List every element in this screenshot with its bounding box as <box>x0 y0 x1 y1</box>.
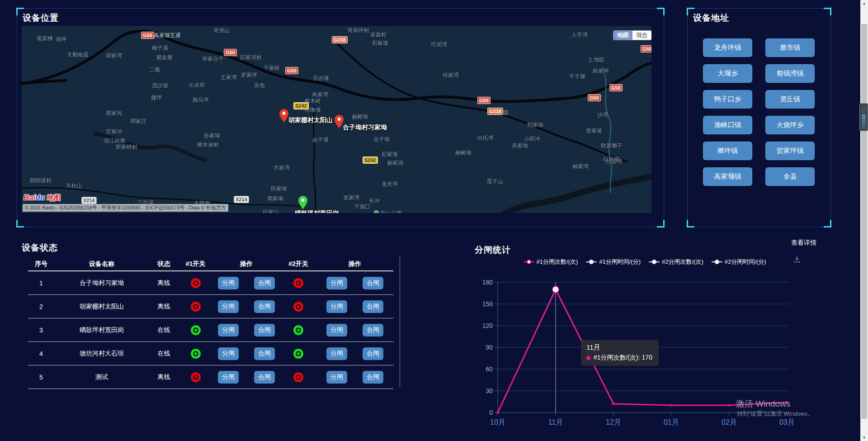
map-place-label: 方家湾 <box>274 164 290 172</box>
device-dashboard: 设备位置 笔架槽洞坪天鹅抱蛋胡家湾梅子溪紫金寨二墩流沙坡沁水坝张家台子彭家河村王… <box>0 0 868 441</box>
red-map-pin[interactable] <box>279 109 288 123</box>
highlighted-data-point[interactable] <box>552 286 559 293</box>
open-switch-button[interactable]: 分闸 <box>326 324 347 337</box>
address-button[interactable]: 资丘镇 <box>765 90 815 109</box>
map-copyright: © 2021 Baidu - GS(2019)5218号 - 甲测资字11009… <box>23 204 228 212</box>
device-name: 胡家棚村太阳山 <box>54 303 149 311</box>
open-switch-button[interactable]: 分闸 <box>218 300 239 313</box>
x-axis-label: 12月 <box>606 418 621 426</box>
open-switch-button[interactable]: 分闸 <box>218 371 239 384</box>
map-place-label: 曾家坡 <box>586 127 602 135</box>
map-place-label: 清江画廊 <box>104 137 125 145</box>
table-header-cell: 操作 <box>212 260 280 268</box>
address-button[interactable]: 都镇湾镇 <box>765 64 815 83</box>
address-button[interactable]: 榔坪镇 <box>703 142 752 160</box>
data-point[interactable] <box>612 403 614 405</box>
map-type-option[interactable]: 地图 <box>613 31 632 40</box>
road-badge: G318 <box>488 108 503 114</box>
road-badge: G50 <box>142 32 154 38</box>
data-point[interactable] <box>496 411 499 413</box>
open-switch-button[interactable]: 分闸 <box>326 347 347 360</box>
widget-dash <box>862 119 866 119</box>
close-switch-button[interactable]: 合闸 <box>254 277 275 289</box>
address-button[interactable]: 渔峡口镇 <box>703 116 752 134</box>
x-axis-label: 11月 <box>548 418 563 426</box>
map-place-label: 龙家湾 <box>343 194 359 202</box>
map-place-label: 杨树坳 <box>352 113 368 121</box>
map-place-label: 千家岭 <box>264 64 280 72</box>
address-button[interactable]: 大堰乡 <box>703 64 752 83</box>
address-button[interactable]: 磨市镇 <box>765 38 815 57</box>
map-place-label: 干子堰 <box>569 73 585 81</box>
close-switch-button[interactable]: 合闸 <box>254 371 275 384</box>
red-map-pin[interactable] <box>335 115 344 128</box>
close-switch-button[interactable]: 合闸 <box>254 300 275 313</box>
switch1-indicator <box>191 302 201 312</box>
table-header-cell: 序号 <box>28 260 54 268</box>
close-switch-button[interactable]: 合闸 <box>363 347 383 360</box>
switch2-ops: 分闸合闸 <box>316 324 393 337</box>
row-number: 4 <box>28 350 54 357</box>
green-map-pin[interactable] <box>298 196 307 209</box>
data-point[interactable] <box>670 404 672 406</box>
table-right-border <box>400 256 400 387</box>
close-switch-button[interactable]: 合闸 <box>254 347 275 360</box>
map-place-label: 龙池山 <box>213 27 230 34</box>
map-place-label: 樟木岩村 <box>197 141 219 149</box>
close-switch-button[interactable]: 合闸 <box>363 324 383 337</box>
open-switch-button[interactable]: 分闸 <box>218 347 239 360</box>
device-status: 离线 <box>149 279 179 287</box>
address-button[interactable]: 龙舟坪镇 <box>703 38 752 57</box>
map-place-label: 张家台子 <box>202 55 224 63</box>
address-button[interactable]: 高家堰镇 <box>703 167 752 186</box>
panel-corner <box>657 220 665 228</box>
switch1-cell <box>179 372 212 382</box>
switch2-ops: 分闸合闸 <box>316 371 393 384</box>
map-place-label: 柳树坳 <box>455 149 472 157</box>
scrollbar-thumb[interactable] <box>861 24 867 419</box>
open-switch-button[interactable]: 分闸 <box>218 324 239 337</box>
road-badge: G50 <box>478 97 490 104</box>
open-switch-button[interactable]: 分闸 <box>326 277 347 289</box>
map-place-label: 刘家坳 <box>527 121 543 129</box>
open-switch-button[interactable]: 分闸 <box>326 300 347 313</box>
map-place-label: 流沙坡 <box>152 82 168 90</box>
close-switch-button[interactable]: 合闸 <box>363 300 383 313</box>
widget-dash <box>862 122 866 123</box>
panel-corner <box>16 220 24 228</box>
scrollbar-up-arrow[interactable]: ▲ <box>860 0 868 7</box>
map-place-label: 官家冲 <box>106 128 122 136</box>
park-icon <box>374 210 379 213</box>
address-button[interactable]: 全县 <box>765 167 815 186</box>
switch1-cell <box>179 302 212 312</box>
device-status: 离线 <box>149 373 179 381</box>
address-button[interactable]: 贺家坪镇 <box>765 142 815 160</box>
address-button[interactable]: 火烧坪乡 <box>765 116 815 134</box>
panel-corner <box>687 220 694 228</box>
view-details-link[interactable]: 查看详情 <box>791 239 816 247</box>
open-switch-button[interactable]: 分闸 <box>326 371 347 384</box>
map-place-label: 吴家坳 <box>512 142 528 150</box>
address-button[interactable]: 鸭子口乡 <box>703 90 752 109</box>
device-status: 在线 <box>149 326 179 334</box>
map-type-control[interactable]: 地图混合 <box>613 31 651 40</box>
close-switch-button[interactable]: 合闸 <box>363 277 383 289</box>
row-number: 1 <box>28 280 54 287</box>
data-point[interactable] <box>728 404 730 406</box>
vertical-scrollbar[interactable]: ▲ ▼ <box>860 0 868 441</box>
close-switch-button[interactable]: 合闸 <box>363 371 383 384</box>
y-axis-label: 150 <box>482 300 493 308</box>
road-badge: G50 <box>224 49 236 56</box>
baidu-map[interactable]: 笔架槽洞坪天鹅抱蛋胡家湾梅子溪紫金寨二墩流沙坡沁水坝张家台子彭家河村王家湾罗家坪… <box>22 26 651 213</box>
map-type-option[interactable]: 混合 <box>632 31 651 40</box>
map-place-label: 下渔口 <box>354 203 370 211</box>
map-place-label: 二墩 <box>149 66 160 74</box>
road-badge: X214 <box>234 196 249 203</box>
panel-corner <box>824 220 831 228</box>
open-switch-button[interactable]: 分闸 <box>218 277 239 289</box>
map-place-label: 土地咀 <box>588 56 604 64</box>
close-switch-button[interactable]: 合闸 <box>254 324 275 337</box>
switch1-cell <box>179 325 212 335</box>
scrollbar-down-arrow[interactable]: ▼ <box>860 434 868 441</box>
row-number: 2 <box>28 303 54 310</box>
